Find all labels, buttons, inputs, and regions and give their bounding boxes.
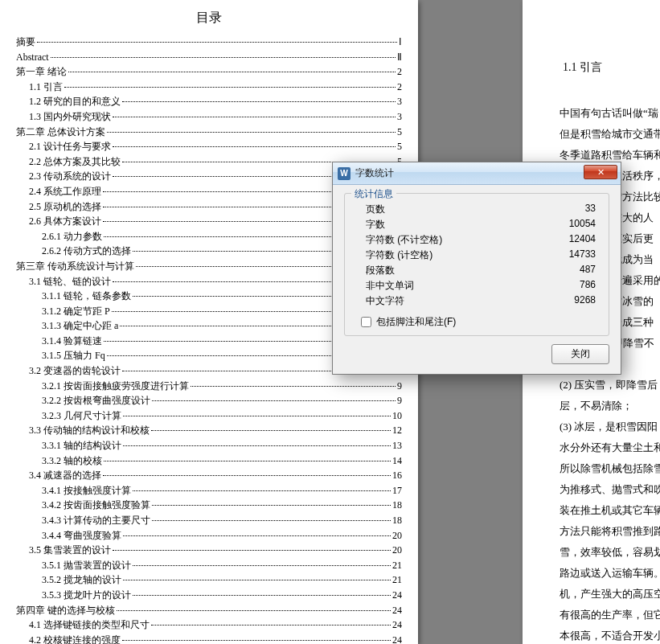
toc-dots [123,416,391,416]
toc-entry-page: 16 [392,468,402,483]
toc-entry-label: 3.5 集雪装置的设计 [29,543,111,558]
toc-dots [133,490,391,491]
prose-line: 但是积雪给城市交通带来巨 [539,124,660,145]
toc-entry-label: 3.1.5 压轴力 Fq [42,348,105,363]
stat-value: 12404 [569,233,596,247]
dialog-titlebar[interactable]: W 字数统计 ✕ [333,162,621,185]
toc-dots [122,640,391,641]
toc-dots [123,445,391,446]
toc-dots [152,400,396,401]
toc-entry-label: 3.4.1 按接触强度计算 [42,483,131,498]
toc-entry-page: 9 [397,379,402,394]
prose-line: 装在推土机或其它车辆上， [539,500,660,521]
toc-entry: 3.5.3 搅龙叶片的设计24 [16,588,402,603]
toc-entry-label: 1.1 引言 [29,80,63,95]
toc-entry-label: 3.4.4 弯曲强度验算 [42,528,121,544]
toc-entry-label: 3.1.2 确定节距 P [42,304,110,319]
dialog-body: 统计信息 页数33字数10054字符数 (不计空格)12404字符数 (计空格)… [333,185,621,374]
dialog-title: 字数统计 [355,166,394,180]
toc-entry: 第一章 绪论2 [16,64,402,80]
include-footnotes-checkbox[interactable] [361,317,371,327]
toc-entry-page: 24 [392,633,402,644]
toc-dots [122,101,396,102]
toc-dots [37,42,397,43]
stat-value: 786 [580,279,596,293]
toc-entry-label: 1.2 研究的目的和意义 [29,94,121,109]
toc-entry-page: 5 [397,125,402,140]
prose-line: 所以除雪机械包括除雪 [539,458,660,479]
toc-entry-label: 3.1.3 确定中心距 a [42,318,118,334]
stat-name: 中文字符 [366,294,404,308]
toc-entry: 4.2 校核键连接的强度24 [16,633,402,644]
stat-row: 中文字符9268 [355,293,599,309]
toc-entry-page: 2 [397,80,402,95]
toc-entry-page: 24 [392,603,402,618]
toc-entry: 3.2.1 按齿面接触疲劳强度进行计算9 [16,379,402,394]
toc-entry-page: 18 [392,513,402,528]
toc-dots [191,386,396,387]
toc-dots [123,535,391,536]
prose-line: (3) 冰层，是积雪因阳 [539,416,660,437]
toc-entry-label: 第二章 总体设计方案 [16,125,105,140]
toc-dots [68,72,396,72]
toc-entry: 3.4.3 计算传动的主要尺寸18 [16,513,402,528]
toc-entry-page: 13 [392,438,402,453]
toc-entry: 1.1 引言2 [16,80,402,95]
toc-entry: 3.3.2 轴的校核14 [16,453,402,469]
toc-dots [117,610,391,611]
toc-entry-label: 3.1 链轮、链的设计 [29,274,111,289]
word-count-dialog: W 字数统计 ✕ 统计信息 页数33字数10054字符数 (不计空格)12404… [332,162,621,375]
toc-entry-label: 第四章 键的选择与校核 [16,603,115,618]
section-heading: 1.1 引言 [563,56,660,79]
prose-line: 方法只能将积雪推到路边， [539,521,660,542]
stat-row: 字符数 (计空格)14733 [355,248,599,263]
toc-entry-label: 3.1.1 链轮，链条参数 [42,289,131,304]
toc-entry: 摘要Ⅰ [16,35,402,50]
prose-line: 水分外还有大量尘土和泥沙 [539,437,660,458]
toc-entry-label: 2.2 总体方案及其比较 [29,154,121,170]
toc-dots [103,475,391,476]
toc-entry: AbstractⅡ [16,50,402,65]
include-footnotes-row[interactable]: 包括脚注和尾注(F) [355,315,599,329]
stat-value: 487 [580,264,596,277]
toc-entry-page: Ⅰ [399,35,402,50]
toc-entry-label: 3.5.2 搅龙轴的设计 [42,572,121,588]
toc-entry-label: 3.4.3 计算传动的主要尺寸 [42,513,150,528]
toc-entry-label: 3.2.1 按齿面接触疲劳强度进行计算 [42,379,189,394]
toc-entry: 3.5.2 搅龙轴的设计21 [16,572,402,588]
prose-line: 层，不易清除； [539,396,660,416]
toc-entry-page: 20 [392,543,402,558]
toc-dots [133,565,391,566]
stat-row: 字符数 (不计空格)12404 [355,232,599,248]
stat-row: 非中文单词786 [355,278,599,293]
toc-entry-label: 3.3.1 轴的结构设计 [42,438,121,453]
stat-name: 页数 [366,203,385,216]
app-icon: W [338,167,350,180]
stat-name: 非中文单词 [366,279,414,293]
toc-entry-page: 3 [397,109,402,125]
close-icon[interactable]: ✕ [584,165,617,179]
toc-entry-label: 3.2.2 按齿根弯曲强度设计 [42,393,150,408]
toc-dots [133,595,391,596]
stat-value: 33 [585,203,596,216]
toc-entry-page: 21 [392,572,402,588]
toc-entry-label: 3.2 变速器的齿轮设计 [29,363,121,379]
prose-line: 雪，效率较低，容易划伤地 [539,542,660,563]
close-button[interactable]: 关闭 [551,344,609,364]
toc-entry: 第二章 总体设计方案5 [16,125,402,140]
stat-name: 段落数 [366,264,395,277]
stat-value: 9268 [574,294,596,308]
toc-dots [113,146,396,147]
toc-entry: 3.4.1 按接触强度计算17 [16,483,402,498]
toc-entry-page: 17 [392,483,402,498]
toc-entry-label: 3.4.2 按齿面接触强度验算 [42,498,150,513]
stat-row: 段落数487 [355,263,599,278]
prose-line: 机，产生强大的高压空气流 [539,584,660,605]
toc-entry-label: 3.4 减速器的选择 [29,468,101,483]
toc-entry-label: 2.3 传动系统的设计 [29,169,111,184]
toc-entry-page: 14 [392,453,402,469]
prose-line: 本很高，不适合开发小型产 [539,626,660,644]
toc-entry-label: 第三章 传动系统设计与计算 [16,259,134,274]
toc-dots [113,550,391,551]
toc-dots [107,132,396,133]
